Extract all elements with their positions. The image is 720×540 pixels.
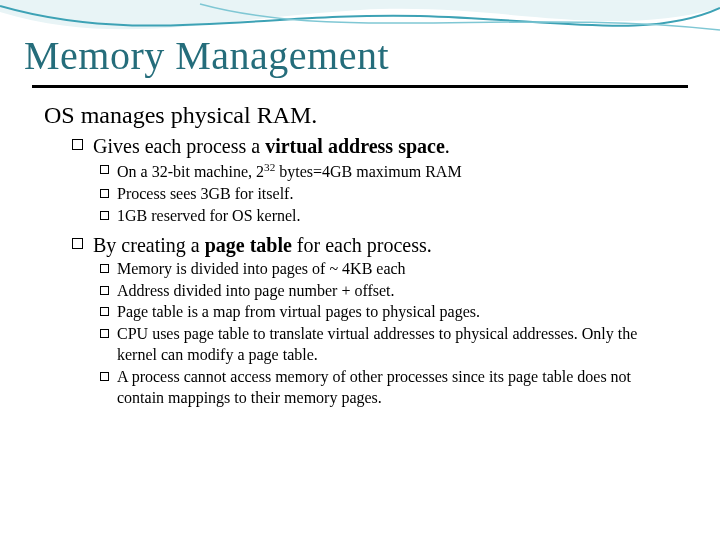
body-level2: By creating a page table for each proces… xyxy=(72,234,676,257)
level3-text: On a 32-bit machine, 2 xyxy=(117,163,264,180)
body-level3: On a 32-bit machine, 232 bytes=4GB maxim… xyxy=(100,160,676,183)
level3-text: bytes=4GB maximum RAM xyxy=(275,163,461,180)
square-bullet-icon xyxy=(100,165,109,174)
level2-tail: for each process. xyxy=(292,234,432,256)
square-bullet-icon xyxy=(100,329,109,338)
level3-text: Memory is divided into pages of ~ 4KB ea… xyxy=(117,259,676,280)
body-level3: Process sees 3GB for itself. xyxy=(100,184,676,205)
body-level3: Memory is divided into pages of ~ 4KB ea… xyxy=(100,259,676,280)
square-bullet-icon xyxy=(100,286,109,295)
body-level2: Gives each process a virtual address spa… xyxy=(72,135,676,158)
body-level1: OS manages physical RAM. xyxy=(44,102,676,129)
square-bullet-icon xyxy=(100,372,109,381)
superscript: 32 xyxy=(264,161,275,173)
level3-text: A process cannot access memory of other … xyxy=(117,367,676,409)
square-bullet-icon xyxy=(72,238,83,249)
square-bullet-icon xyxy=(100,189,109,198)
square-bullet-icon xyxy=(100,307,109,316)
level3-text: Address divided into page number + offse… xyxy=(117,281,676,302)
slide-body: OS manages physical RAM. Gives each proc… xyxy=(0,102,720,408)
level2-tail: . xyxy=(445,135,450,157)
level3-text: Process sees 3GB for itself. xyxy=(117,184,676,205)
level3-text: 1GB reserved for OS kernel. xyxy=(117,206,676,227)
body-level3: 1GB reserved for OS kernel. xyxy=(100,206,676,227)
body-level3: CPU uses page table to translate virtual… xyxy=(100,324,676,366)
level2-lead: Gives each process a xyxy=(93,135,265,157)
level2-bold: page table xyxy=(205,234,292,256)
square-bullet-icon xyxy=(100,264,109,273)
square-bullet-icon xyxy=(72,139,83,150)
level2-lead: By creating a xyxy=(93,234,205,256)
title-underline xyxy=(32,85,688,88)
level3-text: CPU uses page table to translate virtual… xyxy=(117,324,676,366)
body-level3: Page table is a map from virtual pages t… xyxy=(100,302,676,323)
level3-text: Page table is a map from virtual pages t… xyxy=(117,302,676,323)
body-level3: Address divided into page number + offse… xyxy=(100,281,676,302)
slide-title: Memory Management xyxy=(0,0,720,85)
level2-bold: virtual address space xyxy=(265,135,445,157)
body-level3: A process cannot access memory of other … xyxy=(100,367,676,409)
square-bullet-icon xyxy=(100,211,109,220)
